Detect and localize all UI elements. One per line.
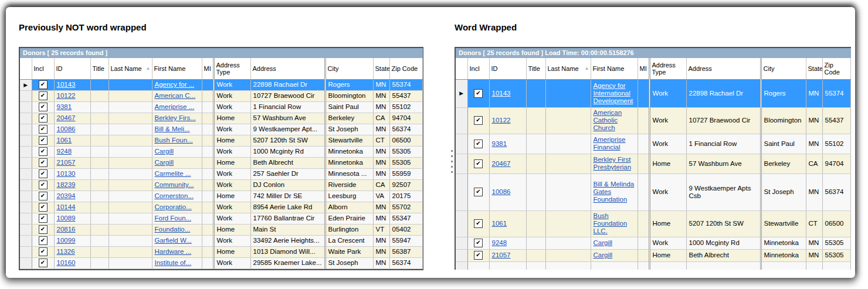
incl-checkbox[interactable]: ✔ [474, 116, 483, 125]
incl-checkbox[interactable]: ✔ [39, 192, 48, 200]
column-header-incl[interactable]: Incl [32, 58, 54, 79]
column-header-state[interactable]: State [806, 58, 822, 79]
id-link[interactable]: 1061 [492, 220, 507, 227]
id-link[interactable]: 10143 [492, 90, 511, 97]
incl-checkbox[interactable]: ✔ [39, 259, 48, 267]
id-link[interactable]: 20467 [57, 114, 76, 121]
column-header-state[interactable]: State [373, 58, 389, 79]
column-header-title[interactable]: Title [526, 58, 545, 79]
first-name-link[interactable]: Community... [155, 181, 194, 188]
id-link[interactable]: 9381 [492, 140, 507, 147]
incl-checkbox[interactable]: ✔ [39, 136, 48, 145]
incl-checkbox[interactable]: ✔ [39, 203, 48, 212]
incl-checkbox[interactable]: ✔ [39, 158, 48, 167]
first-name-link[interactable]: Agency for International Development [594, 82, 633, 104]
id-link[interactable]: 10086 [492, 188, 511, 195]
incl-checkbox[interactable]: ✔ [39, 114, 48, 123]
cell-zip: 94704 [389, 113, 422, 124]
first-name-link[interactable]: Garfield W... [155, 237, 192, 244]
incl-checkbox[interactable]: ✔ [39, 169, 48, 178]
column-header-last_name[interactable]: Last Name▲ [108, 58, 152, 79]
column-header-first_name[interactable]: First Name [591, 58, 638, 79]
first-name-link[interactable]: Ameriprise ... [155, 103, 195, 110]
column-header-zip[interactable]: Zip Code [822, 58, 850, 79]
id-link[interactable]: 10099 [57, 237, 76, 244]
first-name-link[interactable]: Bill & Melinda Gates Foundation [594, 181, 635, 203]
id-link[interactable]: 11326 [57, 248, 75, 255]
first-name-link[interactable]: Agency for ... [155, 81, 195, 88]
incl-checkbox[interactable]: ✔ [39, 181, 48, 189]
cell-city: Leesburg [325, 191, 373, 202]
id-link[interactable]: 9248 [57, 148, 72, 155]
incl-checkbox[interactable]: ✔ [474, 219, 483, 228]
id-link[interactable]: 20467 [492, 160, 511, 167]
first-name-link[interactable]: Cargill [594, 239, 613, 246]
column-header-id[interactable]: ID [489, 58, 526, 79]
id-link[interactable]: 10143 [57, 81, 76, 88]
incl-checkbox[interactable]: ✔ [474, 188, 483, 196]
id-link[interactable]: 10086 [57, 125, 76, 132]
id-link[interactable]: 10144 [57, 203, 76, 210]
id-link[interactable]: 18239 [57, 181, 76, 188]
id-link[interactable]: 10160 [57, 259, 76, 266]
first-name-link[interactable]: Ford Foun... [155, 215, 192, 222]
id-link[interactable]: 10130 [57, 170, 76, 177]
first-name-link[interactable]: Berkley First Presbyterian [594, 156, 632, 171]
column-header-first_name[interactable]: First Name [152, 58, 202, 79]
id-link[interactable]: 10122 [57, 92, 76, 99]
id-link[interactable]: 9381 [57, 103, 72, 110]
first-name-link[interactable]: American C... [155, 92, 196, 99]
incl-checkbox[interactable]: ✔ [39, 103, 48, 111]
first-name-link[interactable]: Institute of... [155, 259, 192, 266]
incl-checkbox[interactable]: ✔ [39, 247, 48, 256]
first-name-link[interactable]: Bill & Meli... [155, 125, 190, 132]
id-link[interactable]: 20816 [57, 226, 76, 233]
id-link[interactable]: 21057 [57, 159, 76, 166]
id-link[interactable]: 10122 [492, 117, 511, 124]
first-name-link[interactable]: Cargill [155, 148, 174, 155]
incl-checkbox[interactable]: ✔ [474, 159, 483, 168]
incl-checkbox[interactable]: ✔ [39, 236, 48, 245]
incl-checkbox[interactable]: ✔ [39, 147, 48, 156]
first-name-link[interactable]: Corporatio... [155, 203, 192, 210]
column-header-last_name[interactable]: Last Name▲ [545, 58, 591, 79]
first-name-link[interactable]: American Catholic Church [594, 109, 622, 131]
incl-checkbox[interactable]: ✔ [474, 140, 483, 148]
column-header-address_type[interactable]: Address Type [649, 58, 686, 79]
incl-checkbox[interactable]: ✔ [474, 239, 483, 247]
column-header-address_type[interactable]: Address Type [213, 58, 250, 79]
column-header-incl[interactable]: Incl [467, 58, 489, 79]
column-header-city[interactable]: City [761, 58, 806, 79]
id-link[interactable]: 21057 [492, 251, 511, 259]
column-header-address[interactable]: Address [250, 58, 325, 79]
id-link[interactable]: 10089 [57, 215, 76, 222]
first-name-link[interactable]: Cargill [155, 159, 174, 166]
first-name-link[interactable]: Ameriprise Financial [594, 136, 626, 151]
first-name-link[interactable]: Carmelite ... [155, 170, 191, 177]
column-header-mi[interactable]: MI [202, 58, 213, 79]
id-link[interactable]: 20394 [57, 192, 76, 199]
column-header-address[interactable]: Address [686, 58, 761, 79]
column-header-city[interactable]: City [325, 58, 373, 79]
column-header-title[interactable]: Title [90, 58, 108, 79]
column-header-zip[interactable]: Zip Code [389, 58, 422, 79]
incl-checkbox[interactable]: ✔ [39, 80, 48, 89]
id-link[interactable]: 9248 [492, 239, 507, 246]
incl-checkbox[interactable]: ✔ [39, 125, 48, 134]
incl-checkbox[interactable]: ✔ [474, 89, 483, 98]
incl-checkbox[interactable]: ✔ [39, 91, 48, 100]
column-header-id[interactable]: ID [54, 58, 90, 79]
column-header-mi[interactable]: MI [638, 58, 649, 79]
first-name-link[interactable]: Cargill [594, 251, 613, 259]
incl-checkbox[interactable]: ✔ [474, 251, 483, 260]
incl-checkbox[interactable]: ✔ [39, 214, 48, 223]
first-name-link[interactable]: Berkley Firs... [155, 114, 196, 121]
incl-checkbox[interactable]: ✔ [39, 225, 48, 234]
id-link[interactable]: 1061 [57, 137, 72, 144]
first-name-link[interactable]: Bush Foundation LLC. [594, 212, 628, 234]
splitter-grip-icon[interactable] [451, 150, 453, 175]
first-name-link[interactable]: Hardware ... [155, 248, 192, 255]
first-name-link[interactable]: Cornerston... [155, 192, 194, 199]
first-name-link[interactable]: Foundatio... [155, 226, 191, 233]
first-name-link[interactable]: Bush Foun... [155, 137, 193, 144]
